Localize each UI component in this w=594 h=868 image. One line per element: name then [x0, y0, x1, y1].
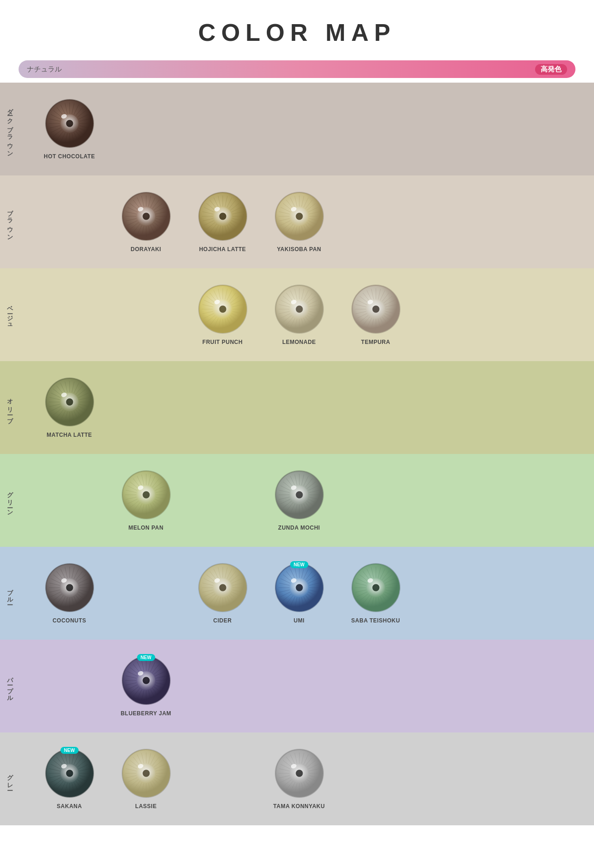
lens-item-fruit-punch[interactable]: FRUIT PUNCH — [187, 284, 258, 346]
svg-point-65 — [142, 213, 149, 220]
lens-item-hojicha-latte[interactable]: HOJICHA LATTE — [187, 191, 258, 253]
row-label-gray: グレー — [0, 732, 19, 825]
row-content-dark-brown: HOT CHOCOLATE — [19, 83, 594, 175]
row-label-green: グリーン — [0, 454, 19, 547]
color-map-grid: ダークブラウン — [0, 83, 594, 825]
lens-item-coconuts[interactable]: COCONUTS — [33, 562, 105, 625]
lens-item-sakana[interactable]: NEW — [33, 748, 105, 810]
lens-circle-hot-chocolate — [44, 98, 95, 149]
row-label-purple: パープル — [0, 640, 19, 732]
svg-point-235 — [372, 305, 379, 312]
row-label-blue: ブルー — [0, 547, 19, 640]
row-purple: パープルNEW — [0, 640, 594, 732]
row-gray: グレーNEW — [0, 732, 594, 825]
lens-item-blueberry-jam[interactable]: NEW — [110, 655, 182, 718]
lens-name-cider: CIDER — [213, 617, 232, 625]
svg-point-337 — [296, 491, 303, 498]
lens-circle-hojicha-latte — [197, 191, 248, 242]
lens-circle-zunda-mochi — [274, 469, 325, 520]
svg-point-439 — [296, 584, 303, 591]
lens-circle-tempura — [350, 284, 401, 335]
lens-circle-lassie — [121, 748, 172, 799]
lens-slot-cider: CIDER — [187, 562, 258, 625]
lens-name-fruit-punch: FRUIT PUNCH — [202, 338, 243, 346]
lens-name-melon-pan: MELON PAN — [129, 524, 164, 532]
row-content-olive: MATCHA LATTE — [19, 361, 594, 454]
svg-point-575 — [142, 770, 149, 777]
lens-item-zunda-mochi[interactable]: ZUNDA MOCHI — [263, 469, 335, 532]
lens-slot-matcha-latte: MATCHA LATTE — [33, 376, 105, 439]
lens-slot-saba-teishoku: SABA TEISHOKU — [340, 562, 412, 625]
lens-item-lassie[interactable]: LASSIE — [110, 748, 182, 810]
lens-circle-saba-teishoku — [350, 562, 401, 613]
lens-name-tempura: TEMPURA — [361, 338, 390, 346]
row-label-beige: ベージュ — [0, 268, 19, 361]
lens-item-yakisoba-pan[interactable]: YAKISOBA PAN — [263, 191, 335, 253]
lens-circle-lemonade — [274, 284, 325, 335]
lens-slot-lassie: LASSIE — [110, 748, 182, 810]
row-content-purple: NEW — [19, 640, 594, 732]
svg-point-99 — [219, 213, 226, 220]
new-badge: NEW — [290, 561, 308, 568]
lens-name-umi: UMI — [294, 617, 305, 625]
lens-slot-sakana: NEW — [33, 748, 105, 810]
lens-item-dorayaki[interactable]: DORAYAKI — [110, 191, 182, 253]
lens-slot-yakisoba-pan: YAKISOBA PAN — [263, 191, 335, 253]
gradient-bar: ナチュラル 高発色 — [19, 60, 575, 78]
lens-slot-tama-konnyaku: TAMA KONNYAKU — [263, 748, 335, 810]
lens-circle-umi — [274, 562, 325, 613]
lens-name-yakisoba-pan: YAKISOBA PAN — [277, 246, 322, 253]
svg-point-473 — [372, 584, 379, 591]
lens-slot-hot-chocolate: HOT CHOCOLATE — [33, 98, 105, 161]
lens-circle-tama-konnyaku — [274, 748, 325, 799]
row-label-olive: オリーブ — [0, 361, 19, 454]
lens-name-zunda-mochi: ZUNDA MOCHI — [278, 524, 320, 532]
svg-point-31 — [66, 120, 73, 127]
lens-slot-hojicha-latte: HOJICHA LATTE — [187, 191, 258, 253]
lens-item-melon-pan[interactable]: MELON PAN — [110, 469, 182, 532]
lens-item-lemonade[interactable]: LEMONADE — [263, 284, 335, 346]
row-content-beige: FRUIT PUNCH — [19, 268, 594, 361]
row-label-dark-brown: ダークブラウン — [0, 83, 19, 175]
lens-circle-cider — [197, 562, 248, 613]
lens-name-saba-teishoku: SABA TEISHOKU — [351, 617, 400, 625]
lens-item-umi[interactable]: NEW — [263, 562, 335, 625]
svg-point-609 — [296, 770, 303, 777]
row-brown: ブラウン — [0, 175, 594, 268]
lens-circle-dorayaki — [121, 191, 172, 242]
svg-point-405 — [219, 584, 226, 591]
row-content-brown: DORAYAKI — [19, 175, 594, 268]
lens-slot-fruit-punch: FRUIT PUNCH — [187, 284, 258, 346]
lens-item-saba-teishoku[interactable]: SABA TEISHOKU — [340, 562, 412, 625]
lens-name-hojicha-latte: HOJICHA LATTE — [199, 246, 246, 253]
row-green: グリーン — [0, 454, 594, 547]
lens-item-tama-konnyaku[interactable]: TAMA KONNYAKU — [263, 748, 335, 810]
svg-point-541 — [66, 770, 73, 777]
row-content-blue: COCONUTS — [19, 547, 594, 640]
lens-item-matcha-latte[interactable]: MATCHA LATTE — [33, 376, 105, 439]
gradient-label-left: ナチュラル — [27, 65, 62, 74]
lens-name-hot-chocolate: HOT CHOCOLATE — [44, 153, 95, 161]
lens-circle-coconuts — [44, 562, 95, 613]
row-beige: ベージュ — [0, 268, 594, 361]
lens-name-lassie: LASSIE — [135, 803, 156, 810]
svg-point-167 — [219, 305, 226, 312]
lens-circle-yakisoba-pan — [274, 191, 325, 242]
lens-name-tama-konnyaku: TAMA KONNYAKU — [273, 803, 325, 810]
lens-slot-coconuts: COCONUTS — [33, 562, 105, 625]
lens-slot-umi: NEW — [263, 562, 335, 625]
lens-item-hot-chocolate[interactable]: HOT CHOCOLATE — [33, 98, 105, 161]
lens-circle-blueberry-jam — [121, 655, 172, 706]
lens-name-dorayaki: DORAYAKI — [131, 246, 161, 253]
svg-point-201 — [296, 305, 303, 312]
lens-item-tempura[interactable]: TEMPURA — [340, 284, 412, 346]
svg-point-371 — [66, 584, 73, 591]
lens-slot-blueberry-jam: NEW — [110, 655, 182, 718]
lens-circle-matcha-latte — [44, 376, 95, 428]
lens-circle-melon-pan — [121, 469, 172, 520]
lens-name-blueberry-jam: BLUEBERRY JAM — [121, 710, 171, 718]
new-badge: NEW — [60, 747, 78, 754]
lens-name-matcha-latte: MATCHA LATTE — [47, 431, 92, 439]
lens-slot-melon-pan: MELON PAN — [110, 469, 182, 532]
lens-item-cider[interactable]: CIDER — [187, 562, 258, 625]
